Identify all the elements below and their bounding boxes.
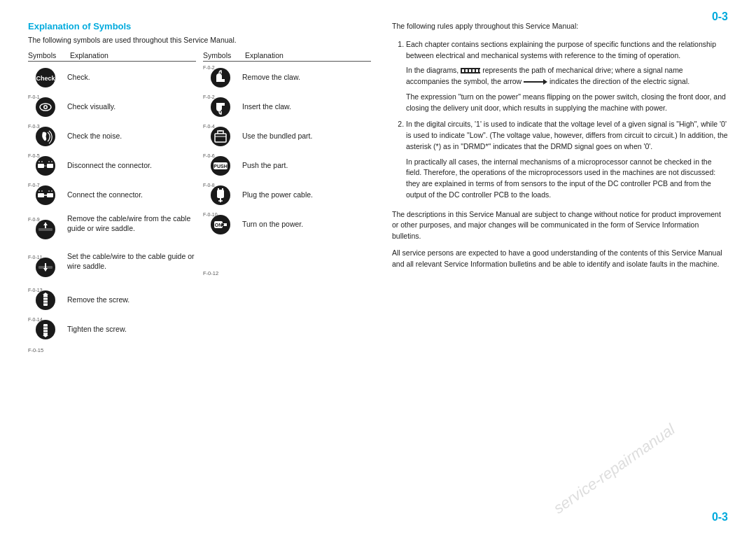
list-item: F-0-11 Set the cable/wire to the cable g… <box>28 249 196 284</box>
f-label-12: F-0-12 <box>203 270 371 276</box>
svg-text:ON: ON <box>215 223 223 227</box>
col1-header-expl: Explanation <box>70 51 196 59</box>
svg-rect-24 <box>38 228 52 231</box>
list-item: F-0-1 Check visually. <box>28 94 196 120</box>
list-item: F-0-6 PUSH Push the part. <box>203 153 371 179</box>
left-panel: Explanation of Symbols The following sym… <box>28 21 371 353</box>
list-item-2: In the digital circuits, '1' is used to … <box>406 119 728 200</box>
col2-header-expl: Explanation <box>245 51 371 59</box>
svg-rect-8 <box>38 164 44 168</box>
list-item <box>203 241 371 266</box>
symbol-col-1: Symbols Explanation Check Check. <box>28 51 196 353</box>
list-item: F-0-2 Insert the claw. <box>203 94 371 120</box>
right-intro: The following rules apply throughout thi… <box>392 21 728 32</box>
page-number-bottom: 0-3 <box>712 511 728 524</box>
list-item-2-text: In the digital circuits, '1' is used to … <box>406 119 728 152</box>
list-item-1-text: Each chapter contains sections explainin… <box>406 39 728 62</box>
page-number-top: 0-3 <box>712 10 728 23</box>
svg-text:Check: Check <box>36 75 55 82</box>
symbol-col-2: Symbols Explanation F-0-2 Remove <box>203 51 371 353</box>
f-label-bottom: F-0-15 <box>28 347 196 353</box>
closing-para-1: The descriptions in this Service Manual … <box>392 209 728 242</box>
svg-rect-9 <box>47 164 53 168</box>
svg-text:PUSH: PUSH <box>214 164 227 169</box>
list-item-1: Each chapter contains sections explainin… <box>406 39 728 114</box>
list-item: F-0-5 Disconnect t <box>28 153 196 179</box>
svg-rect-17 <box>47 193 53 197</box>
list-item: F-0-2 Remove the claw. <box>203 64 371 91</box>
right-panel: The following rules apply throughout thi… <box>392 21 728 353</box>
col2-header-symbols: Symbols <box>203 51 245 59</box>
right-list: Each chapter contains sections explainin… <box>392 39 728 201</box>
microprocessor-para: In practically all cases, the internal m… <box>406 157 728 201</box>
section-title: Explanation of Symbols <box>28 21 371 31</box>
list-item: F-0-9 Remove the cable/wire from the cab… <box>28 211 196 246</box>
svg-point-59 <box>221 223 224 226</box>
intro-text: The following symbols are used throughou… <box>28 36 371 44</box>
list-item: F-0-8 Plug the power cable. <box>203 182 371 209</box>
list-item: F-0-13 Remove the screw. <box>28 287 196 314</box>
mech-drive-para: In the diagrams, represents the path of … <box>406 65 728 87</box>
closing-para-2: All service persons are expected to have… <box>392 248 728 270</box>
svg-point-5 <box>45 106 47 108</box>
list-item: F-0-10 ON Turn on the power. <box>203 211 371 238</box>
list-item: F-0-7 Connect the connector. <box>28 182 196 209</box>
power-on-para: The expression "turn on the power" means… <box>406 92 728 114</box>
list-item: F-0-3 Check the noise. <box>28 123 196 150</box>
list-item: F-0-14 Tighten the screw. <box>28 316 196 343</box>
watermark: service-repairmanual <box>550 420 678 517</box>
col1-header-symbols: Symbols <box>28 51 70 59</box>
list-item: F-0-4 Use the bundled part. <box>203 123 371 150</box>
list-item: Check Check. <box>28 64 196 91</box>
svg-rect-16 <box>38 193 44 197</box>
